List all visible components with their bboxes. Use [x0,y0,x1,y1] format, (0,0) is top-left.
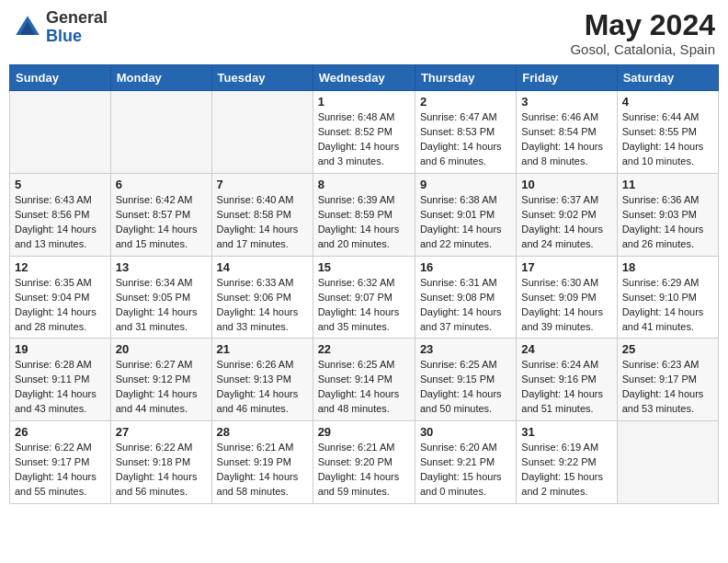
day-info: Sunrise: 6:24 AM Sunset: 9:16 PM Dayligh… [521,358,611,417]
day-number: 7 [217,178,308,191]
day-info: Sunrise: 6:36 AM Sunset: 9:03 PM Dayligh… [622,193,713,252]
calendar-cell: 25Sunrise: 6:23 AM Sunset: 9:17 PM Dayli… [617,339,718,421]
page-header: General Blue May 2024 Gosol, Catalonia, … [9,9,719,57]
calendar-cell: 8Sunrise: 6:39 AM Sunset: 8:59 PM Daylig… [313,173,415,256]
day-info: Sunrise: 6:26 AM Sunset: 9:13 PM Dayligh… [217,358,308,417]
day-info: Sunrise: 6:46 AM Sunset: 8:54 PM Dayligh… [521,110,611,169]
day-number: 24 [521,342,611,356]
calendar-cell: 4Sunrise: 6:44 AM Sunset: 8:55 PM Daylig… [617,91,718,174]
day-number: 1 [318,95,410,109]
day-number: 9 [420,178,511,191]
calendar-cell: 1Sunrise: 6:48 AM Sunset: 8:52 PM Daylig… [313,91,415,174]
calendar-cell: 7Sunrise: 6:40 AM Sunset: 8:58 PM Daylig… [211,173,313,256]
day-info: Sunrise: 6:34 AM Sunset: 9:05 PM Dayligh… [116,276,207,335]
day-info: Sunrise: 6:37 AM Sunset: 9:02 PM Dayligh… [521,193,611,252]
calendar-cell: 16Sunrise: 6:31 AM Sunset: 9:08 PM Dayli… [415,256,516,339]
location-subtitle: Gosol, Catalonia, Spain [570,41,715,57]
calendar-cell: 9Sunrise: 6:38 AM Sunset: 9:01 PM Daylig… [415,173,516,256]
calendar-cell [211,91,313,174]
calendar-week-5: 26Sunrise: 6:22 AM Sunset: 9:17 PM Dayli… [10,421,719,504]
calendar-cell: 20Sunrise: 6:27 AM Sunset: 9:12 PM Dayli… [110,339,211,421]
day-info: Sunrise: 6:25 AM Sunset: 9:15 PM Dayligh… [420,358,511,417]
day-number: 29 [318,425,410,439]
day-info: Sunrise: 6:39 AM Sunset: 8:59 PM Dayligh… [318,193,410,252]
day-number: 30 [420,425,511,439]
day-number: 2 [420,95,511,109]
calendar-week-4: 19Sunrise: 6:28 AM Sunset: 9:11 PM Dayli… [10,339,719,421]
day-info: Sunrise: 6:40 AM Sunset: 8:58 PM Dayligh… [217,193,308,252]
logo-blue-text: Blue [46,28,108,46]
day-info: Sunrise: 6:22 AM Sunset: 9:17 PM Dayligh… [15,441,106,500]
day-info: Sunrise: 6:47 AM Sunset: 8:53 PM Dayligh… [420,110,511,169]
logo-general-text: General [46,9,108,28]
day-number: 16 [420,260,511,274]
calendar-cell: 13Sunrise: 6:34 AM Sunset: 9:05 PM Dayli… [110,256,211,339]
day-number: 15 [318,260,410,274]
day-number: 12 [15,260,106,274]
calendar-cell [110,91,211,174]
calendar-cell: 27Sunrise: 6:22 AM Sunset: 9:18 PM Dayli… [110,421,211,504]
calendar-cell: 6Sunrise: 6:42 AM Sunset: 8:57 PM Daylig… [110,173,211,256]
day-info: Sunrise: 6:22 AM Sunset: 9:18 PM Dayligh… [116,441,207,500]
weekday-header-row: SundayMondayTuesdayWednesdayThursdayFrid… [10,65,719,91]
calendar-cell: 29Sunrise: 6:21 AM Sunset: 9:20 PM Dayli… [313,421,415,504]
calendar-cell [10,91,111,174]
calendar-cell: 11Sunrise: 6:36 AM Sunset: 9:03 PM Dayli… [617,173,718,256]
month-year-title: May 2024 [570,9,715,41]
calendar-cell: 18Sunrise: 6:29 AM Sunset: 9:10 PM Dayli… [617,256,718,339]
calendar-cell: 30Sunrise: 6:20 AM Sunset: 9:21 PM Dayli… [415,421,516,504]
day-info: Sunrise: 6:28 AM Sunset: 9:11 PM Dayligh… [15,358,106,417]
day-number: 18 [622,260,713,274]
day-number: 11 [622,178,713,191]
day-info: Sunrise: 6:21 AM Sunset: 9:20 PM Dayligh… [318,441,410,500]
weekday-header-sunday: Sunday [10,65,111,91]
day-info: Sunrise: 6:35 AM Sunset: 9:04 PM Dayligh… [15,276,106,335]
calendar-cell: 14Sunrise: 6:33 AM Sunset: 9:06 PM Dayli… [211,256,313,339]
day-number: 28 [217,425,308,439]
calendar-cell: 31Sunrise: 6:19 AM Sunset: 9:22 PM Dayli… [517,421,617,504]
day-info: Sunrise: 6:30 AM Sunset: 9:09 PM Dayligh… [521,276,611,335]
day-number: 5 [15,178,106,191]
day-number: 23 [420,342,511,356]
day-info: Sunrise: 6:44 AM Sunset: 8:55 PM Dayligh… [622,110,713,169]
day-info: Sunrise: 6:31 AM Sunset: 9:08 PM Dayligh… [420,276,511,335]
day-info: Sunrise: 6:19 AM Sunset: 9:22 PM Dayligh… [521,441,611,500]
day-info: Sunrise: 6:21 AM Sunset: 9:19 PM Dayligh… [217,441,308,500]
calendar-week-2: 5Sunrise: 6:43 AM Sunset: 8:56 PM Daylig… [10,173,719,256]
calendar-cell: 17Sunrise: 6:30 AM Sunset: 9:09 PM Dayli… [517,256,617,339]
day-number: 8 [318,178,410,191]
day-number: 10 [521,178,611,191]
day-number: 4 [622,95,713,109]
calendar-cell [617,421,718,504]
day-number: 27 [116,425,207,439]
calendar-cell: 23Sunrise: 6:25 AM Sunset: 9:15 PM Dayli… [415,339,516,421]
calendar-cell: 22Sunrise: 6:25 AM Sunset: 9:14 PM Dayli… [313,339,415,421]
calendar-table: SundayMondayTuesdayWednesdayThursdayFrid… [9,64,719,504]
day-info: Sunrise: 6:32 AM Sunset: 9:07 PM Dayligh… [318,276,410,335]
calendar-cell: 24Sunrise: 6:24 AM Sunset: 9:16 PM Dayli… [517,339,617,421]
weekday-header-saturday: Saturday [617,65,718,91]
day-info: Sunrise: 6:25 AM Sunset: 9:14 PM Dayligh… [318,358,410,417]
logo: General Blue [13,9,108,46]
day-number: 14 [217,260,308,274]
calendar-cell: 26Sunrise: 6:22 AM Sunset: 9:17 PM Dayli… [10,421,111,504]
day-info: Sunrise: 6:48 AM Sunset: 8:52 PM Dayligh… [318,110,410,169]
day-info: Sunrise: 6:33 AM Sunset: 9:06 PM Dayligh… [217,276,308,335]
day-info: Sunrise: 6:38 AM Sunset: 9:01 PM Dayligh… [420,193,511,252]
logo-text: General Blue [46,9,108,46]
weekday-header-friday: Friday [517,65,617,91]
day-number: 31 [521,425,611,439]
day-number: 26 [15,425,106,439]
day-info: Sunrise: 6:20 AM Sunset: 9:21 PM Dayligh… [420,441,511,500]
weekday-header-thursday: Thursday [415,65,516,91]
weekday-header-tuesday: Tuesday [211,65,313,91]
day-number: 20 [116,342,207,356]
calendar-cell: 28Sunrise: 6:21 AM Sunset: 9:19 PM Dayli… [211,421,313,504]
calendar-cell: 12Sunrise: 6:35 AM Sunset: 9:04 PM Dayli… [10,256,111,339]
weekday-header-monday: Monday [110,65,211,91]
day-number: 19 [15,342,106,356]
weekday-header-wednesday: Wednesday [313,65,415,91]
calendar-week-3: 12Sunrise: 6:35 AM Sunset: 9:04 PM Dayli… [10,256,719,339]
logo-icon [13,13,42,42]
day-number: 3 [521,95,611,109]
